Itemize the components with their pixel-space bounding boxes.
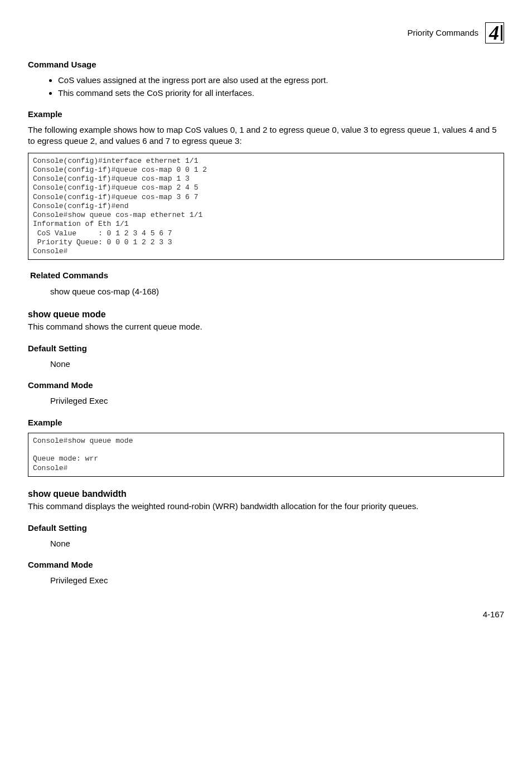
command-mode-heading: Command Mode bbox=[28, 380, 504, 391]
page-number: 4-167 bbox=[28, 609, 504, 620]
example-code-block: Console#show queue mode Queue mode: wrr … bbox=[28, 433, 504, 477]
list-item: This command sets the CoS priority for a… bbox=[58, 88, 504, 99]
show-queue-bandwidth-heading: show queue bandwidth bbox=[28, 488, 504, 500]
command-mode-value: Privileged Exec bbox=[28, 395, 504, 407]
show-queue-bandwidth-desc: This command displays the weighted round… bbox=[28, 501, 504, 512]
command-mode-heading: Command Mode bbox=[28, 559, 504, 570]
related-commands-heading: Related Commands bbox=[30, 270, 504, 281]
default-setting-value: None bbox=[28, 538, 504, 549]
default-setting-value: None bbox=[28, 359, 504, 370]
list-item: CoS values assigned at the ingress port … bbox=[58, 75, 504, 86]
example-intro-text: The following example shows how to map C… bbox=[28, 124, 504, 147]
command-mode-value: Privileged Exec bbox=[28, 575, 504, 586]
example-heading: Example bbox=[28, 417, 504, 428]
show-queue-mode-heading: show queue mode bbox=[28, 308, 504, 321]
example-code-block: Console(config)#interface ethernet 1/1 C… bbox=[28, 153, 504, 260]
chapter-number-icon: 4 bbox=[485, 22, 504, 43]
default-setting-heading: Default Setting bbox=[28, 343, 504, 354]
command-usage-heading: Command Usage bbox=[28, 59, 504, 70]
header-section-title: Priority Commands bbox=[407, 27, 478, 38]
default-setting-heading: Default Setting bbox=[28, 523, 504, 534]
page-header: Priority Commands 4 bbox=[28, 22, 504, 43]
show-queue-mode-desc: This command shows the current queue mod… bbox=[28, 321, 504, 332]
example-heading: Example bbox=[28, 109, 504, 120]
command-usage-list: CoS values assigned at the ingress port … bbox=[28, 75, 504, 99]
related-commands-text: show queue cos-map (4-168) bbox=[28, 286, 504, 297]
